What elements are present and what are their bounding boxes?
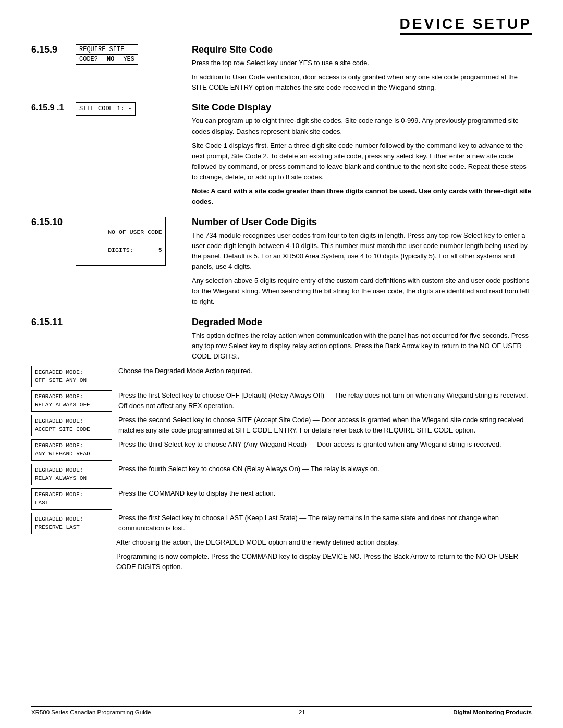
degraded-right-6: Press the first Select key to choose LAS… bbox=[112, 513, 532, 534]
degraded-right-4: Press the fourth Select key to choose ON… bbox=[112, 464, 532, 474]
section-6159-title: Require Site Code bbox=[192, 44, 532, 55]
degraded-left-5: DEGRADED MODE:LAST bbox=[31, 488, 112, 510]
degraded-after-p2: Programming is now complete. Press the C… bbox=[116, 551, 532, 572]
degraded-text-0: Choose the Degraded Mode Action required… bbox=[118, 366, 532, 376]
section-61510-title: Number of User Code Digits bbox=[192, 217, 532, 228]
section-61591-right: Site Code Display You can program up to … bbox=[182, 102, 532, 207]
section-61510-body: The 734 module recognizes user codes fro… bbox=[192, 230, 532, 307]
degraded-text-5: Press the COMMAND key to display the nex… bbox=[118, 488, 532, 499]
degraded-left-6: DEGRADED MODE:PRESERVE LAST bbox=[31, 513, 112, 534]
section-61510: 6.15.10 NO OF USER CODE DIGITS: 5 Number… bbox=[31, 217, 532, 307]
footer-page-num: 21 bbox=[299, 709, 305, 715]
section-61511-right: Degraded Mode This option defines the re… bbox=[182, 317, 532, 362]
page-title: Device Setup bbox=[400, 16, 532, 35]
lcd-61510-line2: DIGITS: 5 bbox=[108, 246, 162, 253]
lcd-61510: NO OF USER CODE DIGITS: 5 bbox=[76, 217, 166, 266]
degraded-row-3: DEGRADED MODE:ANY WIEGAND READ Press the… bbox=[31, 439, 532, 461]
degraded-row-1: DEGRADED MODE:RELAY ALWAYS OFF Press the… bbox=[31, 390, 532, 412]
footer-left: XR500 Series Canadian Programming Guide bbox=[31, 709, 151, 715]
degraded-after-p1: After choosing the action, the DEGRADED … bbox=[116, 537, 532, 548]
degraded-row-0: DEGRADED MODE:OFF SITE ANY ON Choose the… bbox=[31, 366, 532, 387]
degraded-left-3: DEGRADED MODE:ANY WIEGAND READ bbox=[31, 439, 112, 461]
degraded-text-6: Press the first Select key to choose LAS… bbox=[118, 513, 532, 534]
degraded-right-5: Press the COMMAND key to display the nex… bbox=[112, 488, 532, 499]
lcd-degraded-5: DEGRADED MODE:LAST bbox=[31, 488, 112, 510]
degraded-row-6: DEGRADED MODE:PRESERVE LAST Press the fi… bbox=[31, 513, 532, 534]
lcd-61591: SITE CODE 1: - bbox=[76, 102, 136, 116]
degraded-text-4: Press the fourth Select key to choose ON… bbox=[118, 464, 532, 474]
degraded-text-1: Press the first Select key to choose OFF… bbox=[118, 390, 532, 411]
footer-right: Digital Monitoring Products bbox=[453, 709, 532, 715]
section-61510-num: 6.15.10 bbox=[31, 217, 76, 228]
section-6159: 6.15.9 REQUIRE SITE CODE? NO YES Require… bbox=[31, 44, 532, 93]
degraded-after-body: After choosing the action, the DEGRADED … bbox=[116, 537, 532, 572]
section-6159-p2: In addition to User Code verification, d… bbox=[192, 72, 532, 93]
degraded-right-3: Press the third Select key to choose ANY… bbox=[112, 439, 532, 450]
degraded-row-4: DEGRADED MODE:RELAY ALWAYS ON Press the … bbox=[31, 464, 532, 485]
degraded-right-1: Press the first Select key to choose OFF… bbox=[112, 390, 532, 411]
section-61511-left: 6.15.11 bbox=[31, 317, 182, 328]
section-61591-body: You can program up to eight three-digit … bbox=[192, 116, 532, 207]
degraded-right-2: Press the second Select key to choose SI… bbox=[112, 415, 532, 436]
degraded-left-2: DEGRADED MODE:ACCEPT SITE CODE bbox=[31, 415, 112, 436]
section-61591: 6.15.9 .1 SITE CODE 1: - Site Code Displ… bbox=[31, 102, 532, 207]
section-61591-note: Note: A card with a site code greater th… bbox=[192, 186, 532, 207]
lcd-6159-code-label: CODE? bbox=[79, 56, 98, 63]
section-6159-left: 6.15.9 REQUIRE SITE CODE? NO YES bbox=[31, 44, 182, 65]
lcd-degraded-0: DEGRADED MODE:OFF SITE ANY ON bbox=[31, 366, 112, 387]
lcd-6159: REQUIRE SITE CODE? NO YES bbox=[76, 44, 138, 65]
degraded-text-3: Press the third Select key to choose ANY… bbox=[118, 439, 532, 450]
degraded-left-1: DEGRADED MODE:RELAY ALWAYS OFF bbox=[31, 390, 112, 412]
degraded-left-4: DEGRADED MODE:RELAY ALWAYS ON bbox=[31, 464, 112, 485]
degraded-row-2: DEGRADED MODE:ACCEPT SITE CODE Press the… bbox=[31, 415, 532, 436]
section-61511-title: Degraded Mode bbox=[192, 317, 532, 328]
section-6159-body: Press the top row Select key under YES t… bbox=[192, 58, 532, 93]
degraded-rows: DEGRADED MODE:OFF SITE ANY ON Choose the… bbox=[31, 366, 532, 572]
section-61511: 6.15.11 Degraded Mode This option define… bbox=[31, 317, 532, 573]
section-6159-num: 6.15.9 bbox=[31, 44, 76, 55]
degraded-left-0: DEGRADED MODE:OFF SITE ANY ON bbox=[31, 366, 112, 387]
lcd-degraded-3: DEGRADED MODE:ANY WIEGAND READ bbox=[31, 439, 112, 461]
section-61591-num: 6.15.9 .1 bbox=[31, 102, 76, 113]
page-footer: XR500 Series Canadian Programming Guide … bbox=[31, 706, 532, 715]
section-61510-p2: Any selection above 5 digits require ent… bbox=[192, 276, 532, 307]
section-6159-p1: Press the top row Select key under YES t… bbox=[192, 58, 532, 68]
section-61510-p1: The 734 module recognizes user codes fro… bbox=[192, 230, 532, 273]
section-61591-left: 6.15.9 .1 SITE CODE 1: - bbox=[31, 102, 182, 116]
lcd-61510-line1: NO OF USER CODE bbox=[108, 229, 162, 236]
lcd-6159-yes: YES bbox=[123, 56, 134, 63]
section-61591-p2: Site Code 1 displays first. Enter a thre… bbox=[192, 141, 532, 183]
degraded-right-0: Choose the Degraded Mode Action required… bbox=[112, 366, 532, 376]
page: Device Setup 6.15.9 REQUIRE SITE CODE? N… bbox=[0, 0, 563, 728]
lcd-degraded-4: DEGRADED MODE:RELAY ALWAYS ON bbox=[31, 464, 112, 485]
section-61511-intro-p: This option defines the relay action whe… bbox=[192, 330, 532, 362]
section-61510-left: 6.15.10 NO OF USER CODE DIGITS: 5 bbox=[31, 217, 182, 266]
section-61510-right: Number of User Code Digits The 734 modul… bbox=[182, 217, 532, 307]
section-61511-top: 6.15.11 Degraded Mode This option define… bbox=[31, 317, 532, 362]
section-61591-note-text: Note: A card with a site code greater th… bbox=[192, 187, 531, 205]
degraded-after: After choosing the action, the DEGRADED … bbox=[31, 537, 532, 572]
section-61591-p1: You can program up to eight three-digit … bbox=[192, 116, 532, 137]
page-header: Device Setup bbox=[31, 16, 532, 35]
section-61511-intro: This option defines the relay action whe… bbox=[192, 330, 532, 362]
degraded-text-2: Press the second Select key to choose SI… bbox=[118, 415, 532, 436]
degraded-row-5: DEGRADED MODE:LAST Press the COMMAND key… bbox=[31, 488, 532, 510]
lcd-degraded-2: DEGRADED MODE:ACCEPT SITE CODE bbox=[31, 415, 112, 436]
lcd-degraded-1: DEGRADED MODE:RELAY ALWAYS OFF bbox=[31, 390, 112, 412]
section-61511-num: 6.15.11 bbox=[31, 317, 76, 328]
lcd-6159-no: NO bbox=[107, 56, 114, 63]
lcd-degraded-6: DEGRADED MODE:PRESERVE LAST bbox=[31, 513, 112, 534]
lcd-6159-line2: CODE? NO YES bbox=[76, 55, 138, 64]
section-61591-title: Site Code Display bbox=[192, 102, 532, 113]
section-6159-right: Require Site Code Press the top row Sele… bbox=[182, 44, 532, 93]
lcd-6159-line1: REQUIRE SITE bbox=[76, 45, 138, 55]
